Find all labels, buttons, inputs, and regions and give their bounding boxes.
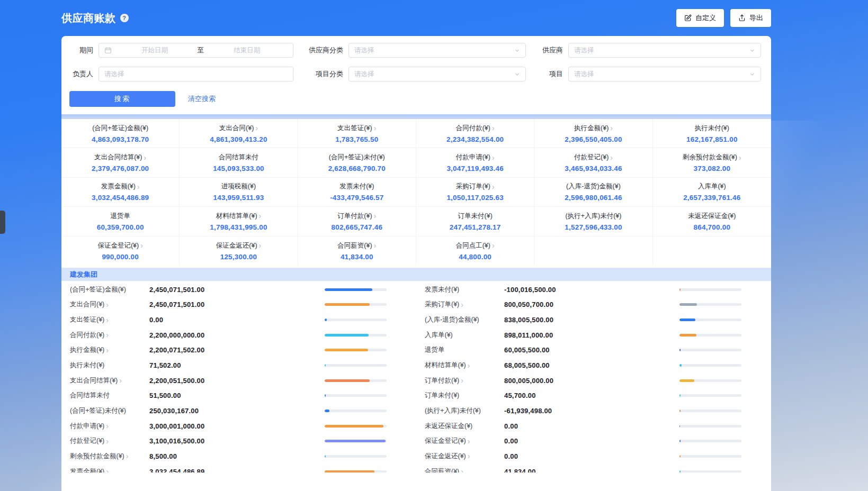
chevron-right-icon: ›: [374, 124, 377, 132]
project-select[interactable]: 请选择: [568, 67, 761, 81]
detail-label: 未返还保证金(¥): [425, 422, 504, 431]
detail-label[interactable]: 采购订单(¥)›: [425, 300, 504, 309]
detail-value: 2,200,071,502.00: [149, 346, 325, 354]
owner-select[interactable]: 请选择: [99, 67, 293, 81]
export-button[interactable]: 导出: [730, 9, 771, 27]
clear-search-link[interactable]: 清空搜索: [188, 91, 216, 107]
end-date-input[interactable]: 结束日期: [206, 46, 288, 55]
group-name: 建发集团: [70, 270, 97, 279]
summary-stat-cell: 执行未付(¥)162,167,851.00: [653, 119, 771, 148]
progress-bar-fill: [325, 440, 386, 442]
stat-value: 802,665,747.46: [331, 223, 382, 231]
detail-value: 838,005,500.00: [504, 316, 679, 324]
summary-stat-cell[interactable]: 材料结算单(¥)›1,798,431,995.00: [180, 207, 298, 236]
summary-stat-cell[interactable]: 合同薪资(¥)›41,834.00: [298, 237, 416, 266]
progress-bar: [679, 303, 741, 306]
summary-empty-cell: [534, 237, 652, 266]
summary-stat-cell[interactable]: 执行金额(¥)›2,396,550,405.00: [534, 119, 652, 148]
stat-label: 合同薪资(¥)›: [337, 241, 376, 250]
search-button[interactable]: 搜索: [69, 91, 175, 107]
progress-bar: [325, 319, 387, 321]
summary-empty-cell: [653, 237, 771, 266]
summary-stat-cell[interactable]: 发票金额(¥)›3,032,454,486.89: [61, 178, 180, 207]
project-category-select[interactable]: 请选择: [348, 67, 526, 81]
detail-label[interactable]: 剩余预付款金额(¥)›: [70, 452, 149, 461]
detail-label[interactable]: 材料结算单(¥)›: [425, 361, 504, 370]
progress-bar: [679, 379, 741, 382]
progress-bar-fill: [325, 394, 326, 397]
stat-value: 3,032,454,486.89: [92, 194, 149, 202]
detail-row: 剩余预付款金额(¥)›8,500.00: [61, 449, 416, 464]
progress-bar: [679, 334, 741, 337]
detail-label[interactable]: 保证金登记(¥)›: [425, 437, 504, 445]
chevron-right-icon: ›: [610, 124, 613, 132]
summary-stat-cell[interactable]: 采购订单(¥)›1,050,117,025.63: [416, 178, 534, 207]
detail-value: 2,450,071,501.00: [149, 286, 325, 294]
detail-row: 发票未付(¥)-100,016,500.00: [416, 282, 771, 297]
stat-value: 2,628,668,790.70: [328, 165, 386, 172]
summary-stat-cell[interactable]: 订单付款(¥)›802,665,747.46: [298, 207, 416, 236]
detail-label[interactable]: 支出合同结算(¥)›: [70, 376, 149, 385]
detail-label[interactable]: 付款申请(¥)›: [70, 422, 149, 431]
summary-stat-cell[interactable]: 保证金返还(¥)›125,300.00: [180, 237, 298, 266]
detail-row: 付款登记(¥)›3,100,016,500.00: [61, 433, 416, 449]
summary-stat-cell[interactable]: 付款登记(¥)›3,465,934,033.46: [534, 148, 652, 177]
detail-row: 未返还保证金(¥)0.00: [416, 419, 771, 434]
progress-bar-fill: [679, 303, 697, 306]
stat-value: 1,527,596,433.00: [565, 223, 622, 231]
detail-label[interactable]: 订单付款(¥)›: [425, 376, 504, 385]
progress-bar-fill: [679, 425, 680, 428]
progress-bar: [679, 410, 741, 412]
detail-label[interactable]: 发票金额(¥)›: [70, 467, 149, 473]
supplier-select[interactable]: 请选择: [568, 43, 761, 58]
detail-label[interactable]: 付款登记(¥)›: [70, 437, 149, 445]
stat-label: 付款登记(¥)›: [574, 153, 613, 162]
help-icon[interactable]: ?: [120, 14, 129, 22]
summary-stat-cell[interactable]: 保证金登记(¥)›990,000.00: [61, 237, 180, 266]
progress-bar: [679, 349, 741, 351]
summary-stat-cell[interactable]: 支出合同结算(¥)›2,379,476,087.00: [61, 148, 180, 177]
stat-label: (合同+签证)金额(¥): [92, 124, 148, 133]
detail-value: 0.00: [504, 422, 679, 430]
detail-row: 执行金额(¥)›2,200,071,502.00: [61, 343, 416, 358]
detail-label[interactable]: 支出合同(¥)›: [70, 300, 149, 309]
detail-label[interactable]: 执行金额(¥)›: [70, 345, 149, 354]
progress-bar-fill: [325, 425, 383, 428]
stat-label: 保证金登记(¥)›: [97, 241, 142, 250]
summary-stat-cell[interactable]: 付款申请(¥)›3,047,119,493.46: [416, 148, 534, 177]
progress-bar: [325, 303, 387, 306]
progress-bar: [679, 288, 741, 291]
stat-value: -433,479,546.57: [330, 194, 383, 202]
summary-stat-cell[interactable]: 支出签证(¥)›1,783,765.50: [298, 119, 416, 148]
progress-bar-fill: [679, 288, 681, 291]
progress-bar: [325, 410, 387, 412]
progress-bar-fill: [679, 410, 681, 412]
sidebar-collapse-handle[interactable]: [0, 211, 5, 234]
chevron-right-icon: ›: [137, 183, 140, 190]
customize-button[interactable]: 自定义: [676, 9, 724, 27]
stat-label: 材料结算单(¥)›: [216, 212, 261, 221]
detail-label[interactable]: 支出签证(¥)›: [70, 315, 149, 324]
date-range-picker[interactable]: 开始日期 至 结束日期: [99, 43, 293, 58]
chevron-right-icon: ›: [106, 438, 109, 445]
summary-stat-cell[interactable]: 支出合同(¥)›4,861,309,413.20: [180, 119, 298, 148]
chevron-right-icon: ›: [468, 452, 470, 460]
summary-stat-cell[interactable]: 剩余预付款金额(¥)›373,082.00: [653, 148, 771, 177]
summary-stat-cell[interactable]: 合同付款(¥)›2,234,382,554.00: [416, 119, 534, 148]
chevron-down-icon: [749, 71, 755, 77]
group-detail-list[interactable]: (合同+签证)金额(¥)2,450,071,501.00支出合同(¥)›2,45…: [61, 281, 771, 472]
detail-row: 合同薪资(¥)›41,834.00: [416, 464, 771, 472]
detail-row: 订单未付(¥)45,700.00: [416, 388, 771, 403]
supplier-category-select[interactable]: 请选择: [348, 43, 526, 58]
progress-bar: [325, 364, 387, 367]
edit-square-icon: [684, 14, 692, 22]
start-date-input[interactable]: 开始日期: [114, 46, 195, 55]
detail-label[interactable]: 合同薪资(¥)›: [425, 467, 504, 473]
stat-label: 发票金额(¥)›: [101, 182, 140, 191]
chevron-right-icon: ›: [259, 212, 262, 220]
summary-stat-cell[interactable]: 合同点工(¥)›44,800.00: [416, 237, 534, 266]
detail-label[interactable]: 保证金返还(¥)›: [425, 452, 504, 461]
detail-value: -100,016,500.00: [504, 286, 679, 294]
stat-label: 支出合同结算(¥)›: [94, 153, 146, 162]
detail-label[interactable]: 合同付款(¥)›: [70, 331, 149, 340]
